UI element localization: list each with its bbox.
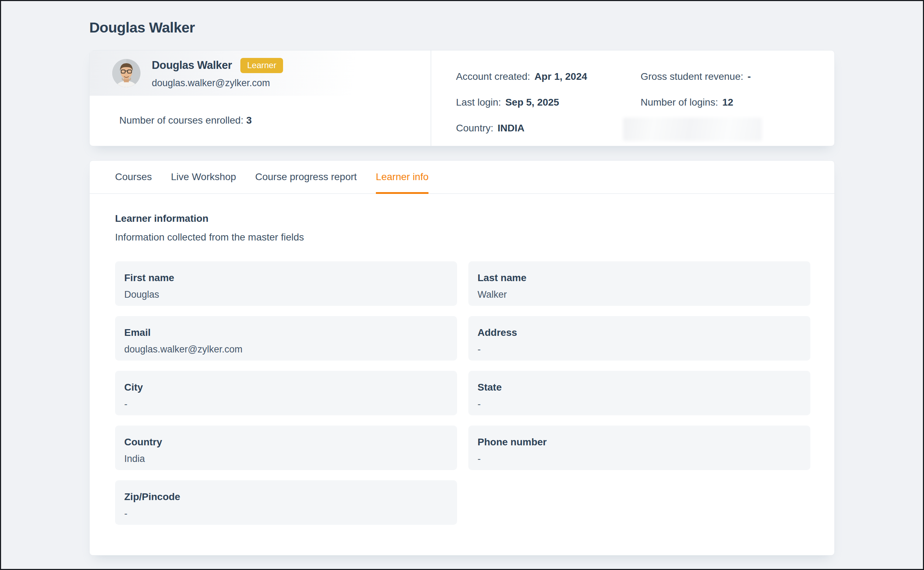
learner-role-badge: Learner [240, 58, 283, 73]
avatar [112, 59, 141, 87]
stat-account-created: Account created:Apr 1, 2024 [456, 71, 641, 82]
courses-enrolled-label: Number of courses enrolled: [119, 115, 244, 126]
tab-bar: Courses Live Workshop Course progress re… [90, 161, 834, 194]
stat-last-login: Last login:Sep 5, 2025 [456, 97, 641, 108]
learner-profile-page: Douglas Walker [1, 20, 923, 556]
field-label: Address [478, 327, 800, 338]
field-first-name: First name Douglas [115, 261, 457, 306]
field-label: Zip/Pincode [124, 491, 446, 503]
stat-label: Number of logins: [641, 97, 718, 108]
profile-stats-panel: Account created:Apr 1, 2024 Gross studen… [431, 51, 834, 146]
field-country: Country India [115, 426, 457, 470]
field-address: Address - [468, 316, 810, 360]
profile-email: douglas.walker@zylker.com [152, 78, 283, 89]
stat-value: Apr 1, 2024 [535, 71, 587, 82]
tab-courses[interactable]: Courses [115, 161, 152, 193]
profile-summary-card: Douglas Walker Learner douglas.walker@zy… [89, 50, 835, 146]
avatar-photo-illustration [112, 59, 141, 87]
stat-value: Sep 5, 2025 [506, 97, 559, 108]
field-label: Country [124, 437, 446, 448]
stat-label: Gross student revenue: [641, 71, 743, 82]
profile-summary-left: Douglas Walker Learner douglas.walker@zy… [90, 51, 431, 146]
stat-number-of-logins: Number of logins:12 [641, 97, 834, 108]
field-value: Douglas [124, 289, 446, 300]
tab-course-progress-report[interactable]: Course progress report [255, 161, 357, 193]
field-label: State [478, 382, 800, 393]
field-label: City [124, 382, 446, 393]
stat-label: Country: [456, 123, 493, 133]
field-city: City - [115, 371, 457, 415]
learner-info-subheading: Information collected from the master fi… [115, 232, 810, 243]
field-label: Phone number [478, 437, 800, 448]
profile-header: Douglas Walker Learner douglas.walker@zy… [90, 51, 431, 96]
field-value: - [478, 344, 800, 355]
field-last-name: Last name Walker [468, 261, 810, 306]
learner-fields-grid: First name Douglas Last name Walker Emai… [115, 261, 810, 525]
field-value: - [124, 508, 446, 519]
field-label: Last name [478, 272, 800, 283]
tab-learner-info[interactable]: Learner info [376, 161, 428, 193]
field-value: - [124, 399, 446, 410]
learner-info-panel: Learner information Information collecte… [90, 194, 834, 555]
field-value: Walker [478, 289, 800, 300]
field-state: State - [468, 371, 810, 415]
field-zip-pincode: Zip/Pincode - [115, 480, 457, 525]
stat-gross-student-revenue: Gross student revenue:- [641, 71, 834, 82]
stat-value: INDIA [498, 123, 524, 133]
field-value: India [124, 454, 446, 464]
stat-label: Account created: [456, 71, 530, 82]
redacted-blur-region [623, 118, 762, 141]
learner-detail-card: Courses Live Workshop Course progress re… [89, 160, 835, 556]
tab-live-workshop[interactable]: Live Workshop [171, 161, 236, 193]
field-label: Email [124, 327, 446, 338]
field-phone-number: Phone number - [468, 426, 810, 470]
stat-value: - [748, 71, 751, 82]
field-value: douglas.walker@zylker.com [124, 344, 446, 355]
field-value: - [478, 454, 800, 464]
stat-country: Country:INDIA [456, 123, 641, 141]
field-email: Email douglas.walker@zylker.com [115, 316, 457, 360]
learner-info-heading: Learner information [115, 213, 810, 224]
field-value: - [478, 399, 800, 410]
profile-name: Douglas Walker [152, 59, 232, 72]
profile-identity: Douglas Walker Learner douglas.walker@zy… [152, 58, 283, 89]
courses-enrolled-line: Number of courses enrolled:3 [119, 115, 431, 126]
stat-label: Last login: [456, 97, 501, 108]
profile-name-row: Douglas Walker Learner [152, 58, 283, 73]
courses-enrolled-value: 3 [246, 115, 252, 126]
stat-value: 12 [722, 97, 733, 108]
page-title: Douglas Walker [89, 20, 835, 36]
field-label: First name [124, 272, 446, 283]
